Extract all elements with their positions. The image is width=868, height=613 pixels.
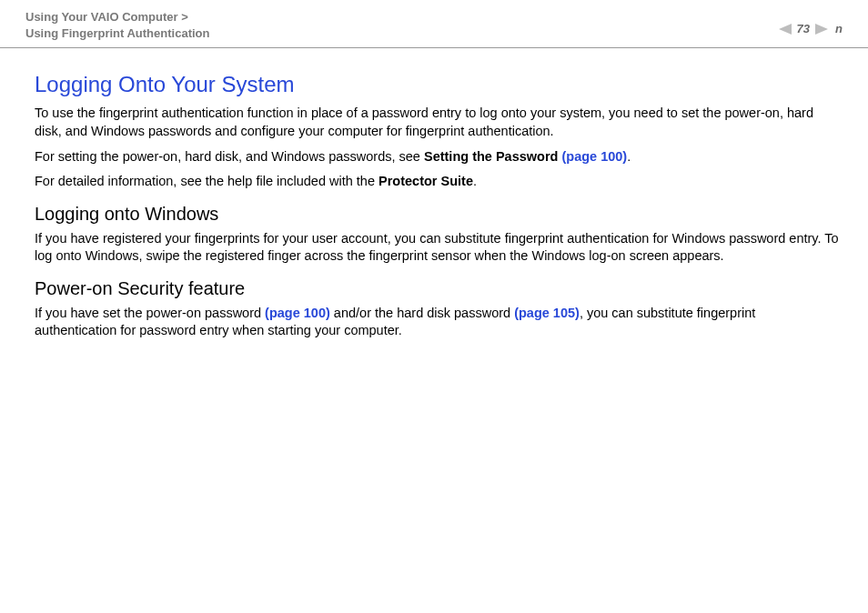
page-content: Logging Onto Your System To use the fing… <box>0 48 868 340</box>
svg-marker-1 <box>815 24 828 35</box>
para3-bold: Protector Suite <box>378 174 473 188</box>
para2-text-post: . <box>627 149 631 164</box>
sub2-text-mid: and/or the hard disk password <box>330 306 514 320</box>
svg-marker-0 <box>779 24 792 35</box>
page-header: Using Your VAIO Computer > Using Fingerp… <box>0 0 868 48</box>
breadcrumb-line-1[interactable]: Using Your VAIO Computer > <box>25 10 188 24</box>
page-letter: n <box>835 22 843 35</box>
intro-paragraph-3: For detailed information, see the help f… <box>35 173 841 191</box>
para2-text-pre: For setting the power-on, hard disk, and… <box>35 149 424 164</box>
link-page-100[interactable]: (page 100) <box>561 149 627 164</box>
link-page-105[interactable]: (page 105) <box>514 306 580 320</box>
subheading-windows: Logging onto Windows <box>35 204 841 225</box>
prev-page-arrow-icon[interactable] <box>779 24 792 35</box>
windows-paragraph: If you have registered your fingerprints… <box>35 230 841 266</box>
intro-paragraph-2: For setting the power-on, hard disk, and… <box>35 148 841 166</box>
poweron-paragraph: If you have set the power-on password (p… <box>35 305 841 340</box>
breadcrumb: Using Your VAIO Computer > Using Fingerp… <box>25 9 209 42</box>
subheading-poweron: Power-on Security feature <box>35 278 841 299</box>
main-heading: Logging Onto Your System <box>35 72 841 97</box>
intro-paragraph-1: To use the fingerprint authentication fu… <box>35 105 841 140</box>
next-page-arrow-icon[interactable] <box>815 24 828 35</box>
page-navigation: 73 n <box>779 9 843 35</box>
para2-bold: Setting the Password <box>424 149 561 164</box>
para3-text-pre: For detailed information, see the help f… <box>35 174 378 188</box>
link-page-100-b[interactable]: (page 100) <box>265 306 330 320</box>
breadcrumb-line-2[interactable]: Using Fingerprint Authentication <box>25 25 209 42</box>
sub2-text-pre: If you have set the power-on password <box>35 306 265 320</box>
page-number: 73 <box>797 22 810 35</box>
para3-text-post: . <box>473 174 477 188</box>
